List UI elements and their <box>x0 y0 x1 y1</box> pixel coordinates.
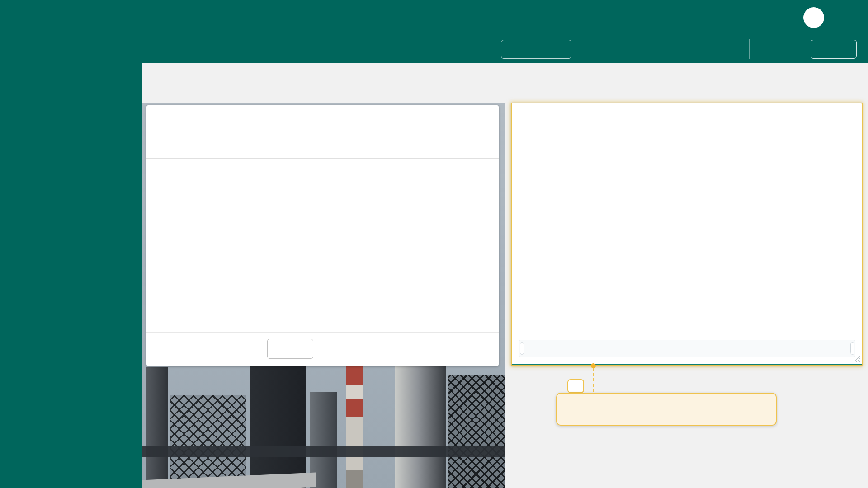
manage-states-button[interactable] <box>217 35 232 63</box>
timeseries-widget <box>511 103 863 366</box>
tour-callout <box>556 393 777 426</box>
time-range-selector[interactable] <box>519 340 855 357</box>
chart-gridlines <box>519 141 855 326</box>
thingsboard-app <box>0 0 868 488</box>
save-button[interactable] <box>811 40 857 59</box>
page-size-select[interactable] <box>267 339 313 359</box>
toolbar-icon-buttons <box>584 35 734 63</box>
add-widget-button[interactable] <box>501 40 571 59</box>
logo[interactable] <box>19 6 45 28</box>
avatar[interactable] <box>803 7 824 28</box>
range-handle-left[interactable] <box>520 342 524 355</box>
cancel-button[interactable] <box>760 35 774 63</box>
sidebar <box>0 35 142 488</box>
paginator <box>146 332 499 366</box>
widget-resize-handle[interactable] <box>854 356 860 362</box>
manage-layouts-button[interactable] <box>269 35 284 63</box>
dashboard-state-select[interactable] <box>152 35 169 63</box>
toolbar-divider <box>749 39 750 59</box>
tour-step-badge <box>567 379 584 393</box>
header-actions <box>756 0 855 35</box>
top-header <box>0 0 868 35</box>
table-header <box>146 134 499 159</box>
entities-widget <box>146 105 499 366</box>
widget-selection-line <box>512 364 862 365</box>
tour-anchor-dot <box>591 363 596 368</box>
tour-connector-line <box>593 367 594 393</box>
column-header-name[interactable] <box>156 142 316 150</box>
dashboard-toolbar <box>142 35 868 63</box>
chart-plot-area <box>519 141 855 324</box>
range-handle-right[interactable] <box>850 342 854 355</box>
